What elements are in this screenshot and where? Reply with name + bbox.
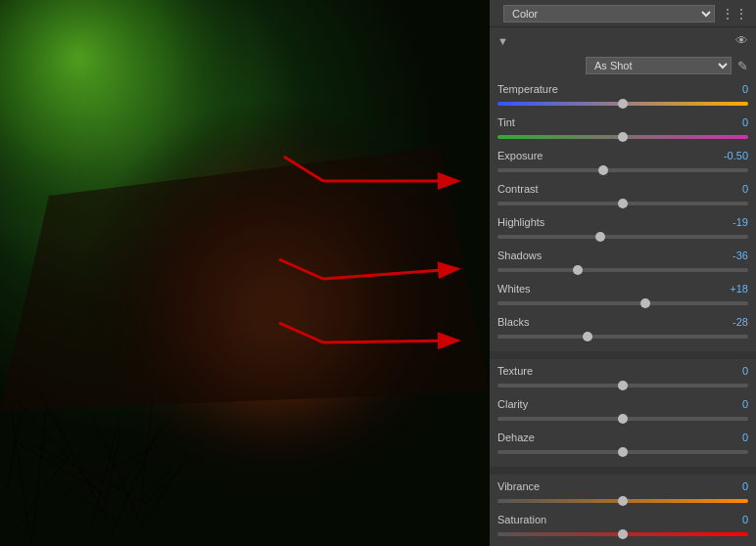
- slider-row-vibrance: Vibrance0: [490, 478, 756, 512]
- slider-thumb-tint[interactable]: [618, 132, 628, 142]
- slider-thumb-shadows[interactable]: [573, 265, 583, 275]
- slider-track-highlights[interactable]: [497, 230, 748, 244]
- slider-label-saturation: Saturation: [497, 514, 546, 525]
- slider-value-tint: 0: [717, 116, 748, 128]
- slider-row-temperature: Temperature0: [490, 81, 756, 114]
- slider-thumb-clarity[interactable]: [618, 414, 628, 424]
- slider-value-shadows: -36: [717, 250, 748, 261]
- slider-track-texture[interactable]: [497, 379, 748, 392]
- slider-label-highlights: Highlights: [497, 216, 544, 228]
- slider-row-highlights: Highlights-19: [490, 214, 756, 248]
- color-sliders: Vibrance0Saturation0: [490, 478, 756, 545]
- basic-sliders: Temperature0Tint0Exposure-0.50Contrast0H…: [490, 81, 756, 347]
- slider-track-clarity[interactable]: [497, 412, 748, 426]
- profile-select[interactable]: Color Monochrome: [503, 5, 715, 23]
- eyedropper-icon[interactable]: ✎: [737, 59, 748, 73]
- slider-track-whites[interactable]: [497, 296, 748, 310]
- slider-thumb-highlights[interactable]: [595, 232, 605, 242]
- right-panel: Color Monochrome ⋮⋮ ▼ 👁 As Shot Auto Day…: [490, 0, 756, 546]
- slider-track-blacks[interactable]: [497, 330, 748, 343]
- slider-value-temperature: 0: [717, 83, 748, 95]
- divider-1: [490, 351, 756, 359]
- slider-label-tint: Tint: [497, 116, 515, 128]
- slider-value-clarity: 0: [717, 398, 748, 410]
- slider-track-vibrance[interactable]: [497, 494, 748, 508]
- slider-value-highlights: -19: [717, 216, 748, 228]
- white-balance-select[interactable]: As Shot Auto Daylight Custom: [586, 57, 732, 74]
- eye-icon[interactable]: 👁: [735, 33, 748, 48]
- slider-value-dehaze: 0: [717, 432, 748, 443]
- slider-row-saturation: Saturation0: [490, 512, 756, 545]
- slider-row-shadows: Shadows-36: [490, 248, 756, 281]
- slider-label-dehaze: Dehaze: [497, 432, 535, 443]
- slider-value-exposure: -0.50: [717, 150, 748, 161]
- slider-label-temperature: Temperature: [497, 83, 558, 95]
- slider-label-whites: Whites: [497, 283, 531, 295]
- slider-label-contrast: Contrast: [497, 183, 539, 195]
- slider-row-blacks: Blacks-28: [490, 314, 756, 347]
- detail-sliders: Texture0Clarity0Dehaze0: [490, 363, 756, 463]
- slider-value-texture: 0: [717, 365, 748, 377]
- slider-label-texture: Texture: [497, 365, 533, 377]
- slider-value-vibrance: 0: [717, 480, 748, 492]
- slider-row-clarity: Clarity0: [490, 396, 756, 430]
- slider-label-shadows: Shadows: [497, 250, 542, 261]
- slider-thumb-exposure[interactable]: [598, 165, 608, 175]
- slider-row-tint: Tint0: [490, 114, 756, 148]
- slider-thumb-blacks[interactable]: [583, 332, 592, 341]
- slider-thumb-vibrance[interactable]: [618, 496, 628, 506]
- slider-thumb-dehaze[interactable]: [618, 447, 628, 457]
- slider-track-contrast[interactable]: [497, 197, 748, 210]
- basic-section-header: ▼ 👁: [490, 27, 756, 54]
- photo-canvas: [0, 0, 490, 546]
- slider-value-saturation: 0: [717, 514, 748, 525]
- slider-label-clarity: Clarity: [497, 398, 528, 410]
- slider-row-dehaze: Dehaze0: [490, 430, 756, 463]
- slider-track-exposure[interactable]: [497, 163, 748, 177]
- slider-value-blacks: -28: [717, 316, 748, 328]
- slider-row-texture: Texture0: [490, 363, 756, 396]
- grid-icon[interactable]: ⋮⋮: [721, 6, 748, 22]
- divider-2: [490, 467, 756, 475]
- slider-label-vibrance: Vibrance: [497, 480, 540, 492]
- profile-row: Color Monochrome ⋮⋮: [490, 0, 756, 27]
- slider-track-temperature[interactable]: [497, 97, 748, 111]
- slider-thumb-contrast[interactable]: [618, 199, 628, 208]
- slider-thumb-texture[interactable]: [618, 381, 628, 390]
- slider-track-shadows[interactable]: [497, 263, 748, 277]
- slider-track-dehaze[interactable]: [497, 445, 748, 459]
- slider-thumb-whites[interactable]: [640, 298, 650, 308]
- collapse-arrow-icon[interactable]: ▼: [497, 35, 508, 47]
- slider-label-exposure: Exposure: [497, 150, 543, 161]
- slider-thumb-saturation[interactable]: [618, 529, 628, 539]
- slider-track-tint[interactable]: [497, 130, 748, 144]
- slider-track-saturation[interactable]: [497, 527, 748, 541]
- slider-row-contrast: Contrast0: [490, 181, 756, 214]
- slider-value-whites: +18: [717, 283, 748, 295]
- slider-row-exposure: Exposure-0.50: [490, 148, 756, 181]
- photo-area: [0, 0, 490, 546]
- slider-row-whites: Whites+18: [490, 281, 756, 314]
- slider-thumb-temperature[interactable]: [618, 99, 628, 109]
- slider-value-contrast: 0: [717, 183, 748, 195]
- slider-label-blacks: Blacks: [497, 316, 529, 328]
- white-balance-row: As Shot Auto Daylight Custom ✎: [490, 54, 756, 77]
